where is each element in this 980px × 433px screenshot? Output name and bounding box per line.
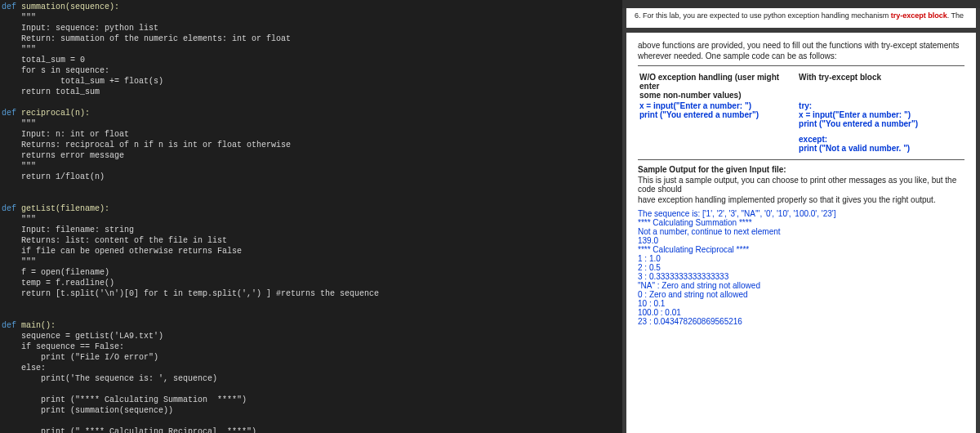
code-line: Return: summation of the numeric element… [2, 34, 291, 43]
code-sample-line: print ("Not a valid number. ") [799, 144, 958, 153]
code-line: reciprocal(n): [21, 109, 90, 118]
note-post: . The [947, 11, 964, 20]
note-red: try-except block [891, 11, 947, 20]
table-cell-left: x = input("Enter a number: ") print ("Yo… [639, 101, 797, 153]
code-line: """ [2, 162, 36, 171]
code-line: """ [2, 215, 36, 224]
sample-output-heading: Sample Output for the given Input file: [638, 165, 964, 174]
divider [638, 159, 964, 160]
code-line: total_sum = 0 [2, 56, 85, 65]
table-header-right: With try-except block [799, 73, 963, 100]
note-text: 6. For this lab, you are expected to use… [635, 11, 891, 20]
code-sample-line: try: [799, 101, 958, 110]
code-sample-line: print ("You entered a number") [799, 119, 958, 128]
code-line: Input: sequence: python list [2, 24, 158, 33]
code-sample-line: except: [799, 135, 958, 144]
code-line: else: [2, 364, 46, 373]
code-line: print ("**** Calculating Summation ****"… [2, 395, 247, 404]
table-header-left: W/O exception handling (user might enter… [639, 73, 797, 100]
code-line: sequence = getList('LA9.txt') [2, 332, 163, 341]
code-line: if sequence == False: [2, 342, 124, 351]
code-line: print('The sequence is: ', sequence) [2, 374, 217, 383]
output-line: 0 : Zero and string not allowed [638, 290, 964, 299]
code-line: total_sum += float(s) [2, 77, 163, 86]
code-line: Returns: list: content of the file in li… [2, 236, 227, 245]
output-line: 139.0 [638, 236, 964, 245]
code-line: """ [2, 13, 36, 22]
code-line: Returns: reciprocal of n if n is int or … [2, 141, 291, 150]
code-line: getList(filename): [21, 204, 109, 213]
code-line: return 1/float(n) [2, 172, 105, 181]
output-line: 1 : 1.0 [638, 254, 964, 263]
code-line: f = open(filename) [2, 268, 109, 277]
code-sample-line: x = input("Enter a number: ") [799, 110, 958, 119]
sample-para: have exception handling implemented prop… [638, 195, 964, 204]
output-line: 2 : 0.5 [638, 263, 964, 272]
output-line: **** Calculating Reciprocal **** [638, 245, 964, 254]
code-editor-pane[interactable]: def summation(sequence): """ Input: sequ… [0, 0, 622, 433]
code-line: returns error message [2, 151, 124, 160]
table-cell-right: try: x = input("Enter a number: ") print… [799, 101, 963, 153]
output-line: Not a number, continue to next element [638, 227, 964, 236]
document-pane: 6. For this lab, you are expected to use… [622, 0, 980, 433]
code-line: return [t.split('\n')[0] for t in temp.s… [2, 289, 379, 298]
comparison-table: W/O exception handling (user might enter… [638, 71, 964, 154]
code-line: Input: n: int or float [2, 130, 129, 139]
code-line: for s in sequence: [2, 66, 109, 75]
output-line: 23 : 0.043478260869565216 [638, 317, 964, 326]
doc-top-fragment: 6. For this lab, you are expected to use… [626, 8, 976, 28]
sample-para: This is just a sample output, you can ch… [638, 176, 964, 194]
code-line: """ [2, 45, 36, 54]
output-line: 3 : 0.3333333333333333 [638, 272, 964, 281]
doc-para: above functions are provided, you need t… [638, 41, 964, 50]
code-line: if file can be opened otherwise returns … [2, 247, 242, 256]
output-line: **** Calculating Summation **** [638, 218, 964, 227]
code-line: print ("File I/O error") [2, 353, 158, 362]
output-line: "NA" : Zero and string not allowed [638, 281, 964, 290]
doc-body: above functions are provided, you need t… [626, 33, 976, 433]
output-line: 100.0 : 0.01 [638, 308, 964, 317]
code-line: print (" **** Calculating Reciprocal ***… [2, 427, 256, 433]
code-sample-line: print ("You entered a number") [639, 110, 792, 119]
code-line: return total_sum [2, 87, 100, 96]
code-sample-line: x = input("Enter a number: ") [639, 101, 792, 110]
code-line: Input: filename: string [2, 225, 134, 234]
code-line: print (summation(sequence)) [2, 406, 173, 415]
doc-para: wherever needed. One sample code can be … [638, 51, 964, 60]
code-line: main(): [21, 321, 56, 330]
code-line: """ [2, 119, 36, 128]
output-line: The sequence is: ['1', '2', '3', "NA'", … [638, 209, 964, 218]
output-line: 10 : 0.1 [638, 299, 964, 308]
code-line: temp = f.readline() [2, 279, 114, 288]
divider [638, 65, 964, 66]
code-line: summation(sequence): [21, 2, 119, 11]
code-line: """ [2, 257, 36, 266]
doc-toolbar-fragment [622, 0, 980, 8]
